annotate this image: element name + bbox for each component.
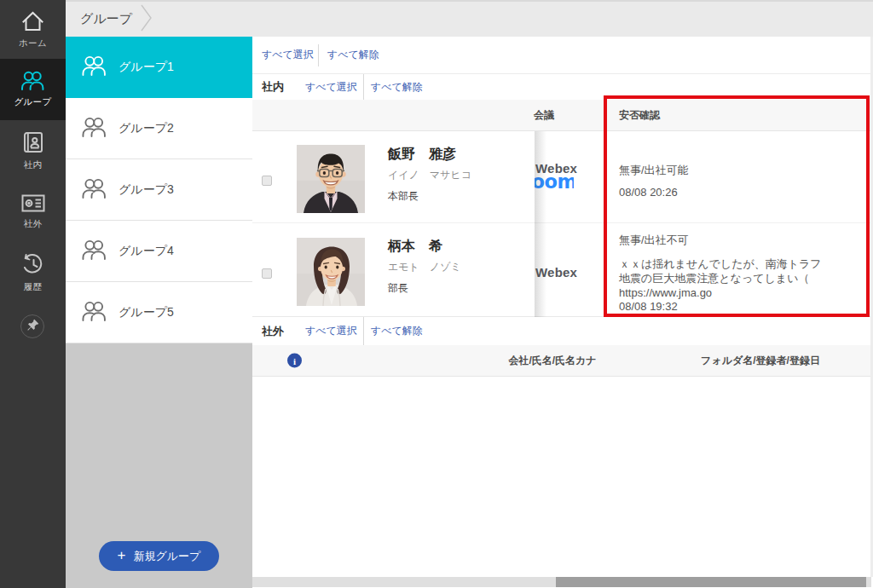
group-item-label: グループ1 <box>119 60 174 75</box>
select-all-link[interactable]: すべて選択 <box>262 48 314 62</box>
divider <box>363 317 364 345</box>
safety-timestamp: 08/08 19:32 <box>619 300 678 313</box>
sidebar-item-label: 社外 <box>24 218 43 230</box>
external-deselect-all-link[interactable]: すべて解除 <box>371 324 423 338</box>
breadcrumb[interactable]: グループ <box>80 11 132 27</box>
safety-cell: 無事/出社不可 ｘｘは揺れませんでしたが、南海トラフ 地震の巨大地震注意となって… <box>252 223 873 316</box>
external-select-all-link[interactable]: すべて選択 <box>305 324 357 338</box>
deselect-all-link[interactable]: すべて解除 <box>327 48 379 62</box>
column-header-meeting: 会議 <box>534 108 554 123</box>
history-icon <box>21 254 44 275</box>
safety-message: ｘｘは揺れませんでしたが、南海トラフ 地震の巨大地震注意となってしまい（ htt… <box>619 257 822 300</box>
member-row-iino[interactable]: 飯野 雅彦 イイノ マサヒコ 本部長 Webex zoom 無事/出社可能 08… <box>252 131 873 223</box>
internal-select-all-link[interactable]: すべて選択 <box>305 80 357 95</box>
member-row-emoto[interactable]: 柄本 希 エモト ノゾミ 部長 Webex 無事/出社不可 ｘｘは揺れませんでし… <box>252 223 873 317</box>
plus-icon: + <box>118 548 126 562</box>
sidebar-item-external[interactable]: 社外 <box>0 182 66 243</box>
main-content: すべて選択 すべて解除 社内 すべて選択 すべて解除 会議 安否確認 <box>252 37 873 588</box>
divider <box>363 74 364 100</box>
column-header-company: 会社/氏名/氏名カナ <box>508 354 596 368</box>
sidebar-item-home[interactable]: ホーム <box>0 0 66 59</box>
internal-table-header: 会議 安否確認 <box>252 100 873 131</box>
horizontal-scrollbar-thumb[interactable] <box>556 577 866 587</box>
main-sidebar: ホーム グループ <box>0 0 66 588</box>
divider <box>318 44 319 66</box>
internal-section-bar: 社内 すべて選択 すべて解除 <box>252 74 873 100</box>
app-window: ホーム グループ <box>0 0 873 588</box>
sidebar-item-groups[interactable]: グループ <box>0 59 66 120</box>
new-group-button-label: 新規グループ <box>134 549 201 564</box>
group-item-label: グループ3 <box>119 182 174 198</box>
external-table-header: i 会社/氏名/氏名カナ フォルダ名/登録者/登録日 <box>252 345 873 377</box>
internal-contacts-icon <box>22 131 44 153</box>
new-group-button[interactable]: + 新規グループ <box>99 541 219 571</box>
group-icon <box>80 117 108 141</box>
group-item-label: グループ5 <box>119 305 174 320</box>
horizontal-scrollbar[interactable] <box>252 577 871 587</box>
sidebar-item-history[interactable]: 履歴 <box>0 243 66 304</box>
chevron-right-icon <box>141 4 153 35</box>
sidebar-item-label: グループ <box>14 96 52 108</box>
selection-toolbar: すべて選択 すべて解除 <box>252 37 873 74</box>
group-icon <box>80 239 108 263</box>
external-section-bar: 社外 すべて選択 すべて解除 <box>252 317 873 345</box>
group-icon <box>80 55 108 79</box>
sidebar-item-label: 社内 <box>24 159 43 171</box>
group-item-label: グループ2 <box>119 121 174 136</box>
sidebar-item-label: 履歴 <box>24 281 43 293</box>
info-icon[interactable]: i <box>287 354 302 368</box>
group-item-label: グループ4 <box>119 244 174 259</box>
group-icon <box>20 71 46 90</box>
column-header-safety: 安否確認 <box>619 108 660 123</box>
safety-timestamp: 08/08 20:26 <box>619 186 678 199</box>
safety-status: 無事/出社不可 <box>619 233 689 248</box>
safety-status: 無事/出社可能 <box>619 163 689 178</box>
group-icon <box>80 178 108 202</box>
internal-deselect-all-link[interactable]: すべて解除 <box>371 80 423 95</box>
home-icon <box>21 10 44 32</box>
group-item-1[interactable]: グループ1 <box>66 37 252 98</box>
sidebar-item-internal[interactable]: 社内 <box>0 120 66 182</box>
group-item-2[interactable]: グループ2 <box>66 98 252 159</box>
group-item-5[interactable]: グループ5 <box>66 282 252 343</box>
breadcrumb-bar: グループ <box>66 0 873 37</box>
external-section-label: 社外 <box>262 324 296 339</box>
group-item-4[interactable]: グループ4 <box>66 221 252 282</box>
pin-sidebar-button[interactable] <box>20 314 44 338</box>
safety-cell: 無事/出社可能 08/08 20:26 <box>252 131 873 222</box>
group-item-3[interactable]: グループ3 <box>66 159 252 221</box>
column-header-folder: フォルダ名/登録者/登録日 <box>701 354 820 368</box>
external-contacts-icon <box>21 194 45 212</box>
sidebar-item-label: ホーム <box>19 37 47 49</box>
pin-icon <box>26 319 39 335</box>
group-icon <box>80 301 108 325</box>
internal-section-label: 社内 <box>262 79 296 95</box>
group-list-panel: グループ1 グループ2 グル <box>66 37 252 588</box>
